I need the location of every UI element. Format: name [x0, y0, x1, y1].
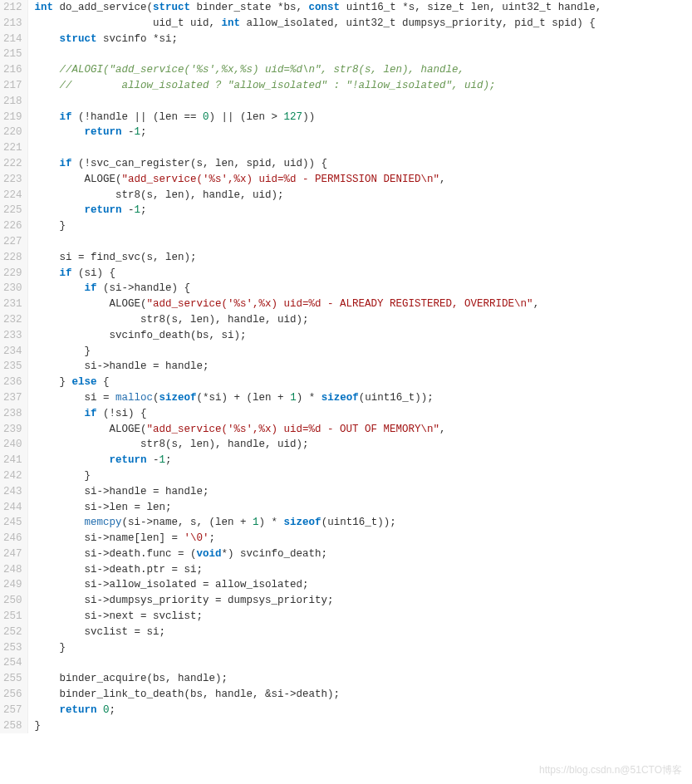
- code-line: ALOGE("add_service('%s',%x) uid=%d - PER…: [35, 172, 602, 188]
- code-line: [35, 140, 602, 156]
- code-line: si->dumpsys_priority = dumpsys_priority;: [35, 593, 602, 609]
- code-line: if (!svc_can_register(s, len, spid, uid)…: [35, 156, 602, 172]
- code-line: [35, 94, 602, 110]
- code-line: } else {: [35, 375, 602, 390]
- code-line: struct svcinfo *si;: [35, 32, 602, 47]
- line-number: 232: [3, 312, 22, 328]
- line-number: 254: [3, 655, 22, 671]
- line-number: 251: [3, 609, 22, 625]
- code-line: }: [35, 640, 602, 656]
- code-line: si->handle = handle;: [35, 359, 602, 375]
- line-number: 228: [3, 250, 22, 266]
- code-line: svcinfo_death(bs, si);: [35, 328, 602, 344]
- code-line: si->allow_isolated = allow_isolated;: [35, 577, 602, 593]
- line-number-gutter: 2122132142152162172182192202212222232242…: [0, 0, 28, 733]
- code-line: str8(s, len), handle, uid);: [35, 312, 602, 328]
- line-number: 252: [3, 625, 22, 640]
- line-number: 242: [3, 468, 22, 484]
- line-number: 214: [3, 32, 22, 47]
- code-content: int do_add_service(struct binder_state *…: [28, 0, 602, 733]
- code-line: ALOGE("add_service('%s',%x) uid=%d - ALR…: [35, 296, 602, 312]
- line-number: 237: [3, 390, 22, 406]
- code-line: }: [35, 468, 602, 484]
- code-line: si->next = svclist;: [35, 609, 602, 625]
- code-line: si->death.func = (void*) svcinfo_death;: [35, 546, 602, 562]
- line-number: 238: [3, 406, 22, 422]
- code-line: si->handle = handle;: [35, 484, 602, 500]
- code-block: 2122132142152162172182192202212222232242…: [0, 0, 692, 733]
- code-line: si->name[len] = '\0';: [35, 531, 602, 546]
- code-line: si = malloc(sizeof(*si) + (len + 1) * si…: [35, 390, 602, 406]
- line-number: 248: [3, 562, 22, 578]
- code-line: svclist = si;: [35, 625, 602, 640]
- line-number: 215: [3, 47, 22, 62]
- code-line: memcpy(si->name, s, (len + 1) * sizeof(u…: [35, 515, 602, 531]
- code-line: if (!handle || (len == 0) || (len > 127)…: [35, 110, 602, 125]
- line-number: 224: [3, 188, 22, 203]
- line-number: 221: [3, 140, 22, 156]
- code-line: //ALOGI("add_service('%s',%x,%s) uid=%d\…: [35, 62, 602, 78]
- line-number: 223: [3, 172, 22, 188]
- line-number: 255: [3, 671, 22, 687]
- line-number: 236: [3, 375, 22, 390]
- code-line: }: [35, 218, 602, 234]
- code-line: si = find_svc(s, len);: [35, 250, 602, 266]
- line-number: 250: [3, 593, 22, 609]
- code-line: return -1;: [35, 125, 602, 140]
- line-number: 216: [3, 62, 22, 78]
- line-number: 226: [3, 218, 22, 234]
- line-number: 217: [3, 78, 22, 94]
- line-number: 258: [3, 718, 22, 734]
- code-line: return 0;: [35, 703, 602, 718]
- line-number: 256: [3, 687, 22, 703]
- line-number: 218: [3, 94, 22, 110]
- code-line: str8(s, len), handle, uid);: [35, 437, 602, 453]
- code-line: if (si) {: [35, 266, 602, 282]
- code-line: int do_add_service(struct binder_state *…: [35, 0, 602, 16]
- line-number: 257: [3, 703, 22, 718]
- code-line: si->death.ptr = si;: [35, 562, 602, 578]
- line-number: 241: [3, 453, 22, 468]
- line-number: 249: [3, 577, 22, 593]
- line-number: 244: [3, 500, 22, 516]
- line-number: 246: [3, 531, 22, 546]
- code-line: binder_acquire(bs, handle);: [35, 671, 602, 687]
- line-number: 212: [3, 0, 22, 16]
- line-number: 243: [3, 484, 22, 500]
- code-line: if (si->handle) {: [35, 281, 602, 296]
- code-line: [35, 655, 602, 671]
- code-line: }: [35, 718, 602, 734]
- line-number: 225: [3, 203, 22, 218]
- line-number: 245: [3, 515, 22, 531]
- line-number: 219: [3, 110, 22, 125]
- code-line: [35, 234, 602, 250]
- line-number: 222: [3, 156, 22, 172]
- line-number: 229: [3, 266, 22, 282]
- line-number: 240: [3, 437, 22, 453]
- line-number: 213: [3, 16, 22, 32]
- line-number: 234: [3, 344, 22, 360]
- code-line: // allow_isolated ? "allow_isolated" : "…: [35, 78, 602, 94]
- line-number: 227: [3, 234, 22, 250]
- code-line: }: [35, 344, 602, 360]
- line-number: 235: [3, 359, 22, 375]
- line-number: 247: [3, 546, 22, 562]
- code-line: return -1;: [35, 453, 602, 468]
- line-number: 253: [3, 640, 22, 656]
- line-number: 230: [3, 281, 22, 296]
- code-line: binder_link_to_death(bs, handle, &si->de…: [35, 687, 602, 703]
- line-number: 233: [3, 328, 22, 344]
- code-line: str8(s, len), handle, uid);: [35, 188, 602, 203]
- code-line: [35, 47, 602, 62]
- line-number: 231: [3, 296, 22, 312]
- code-line: si->len = len;: [35, 500, 602, 516]
- code-line: ALOGE("add_service('%s',%x) uid=%d - OUT…: [35, 422, 602, 438]
- line-number: 220: [3, 125, 22, 140]
- line-number: 239: [3, 422, 22, 438]
- code-line: uid_t uid, int allow_isolated, uint32_t …: [35, 16, 602, 32]
- code-line: if (!si) {: [35, 406, 602, 422]
- code-line: return -1;: [35, 203, 602, 218]
